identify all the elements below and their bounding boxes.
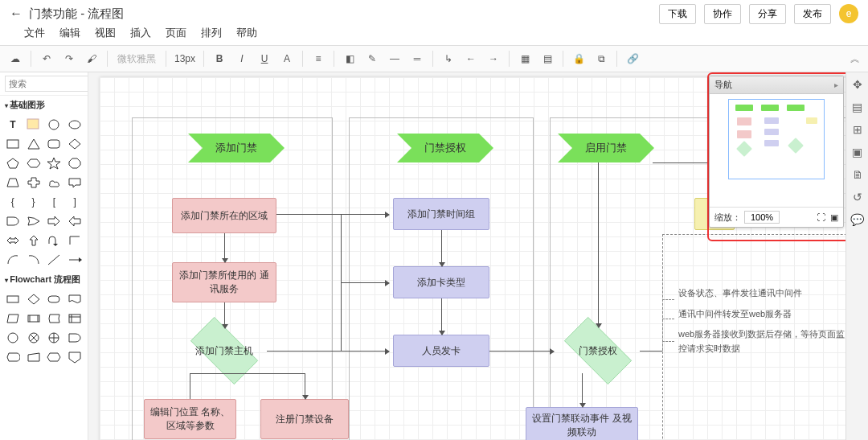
font-size-select[interactable]: 13px xyxy=(171,53,199,64)
shape-pentagon[interactable] xyxy=(3,154,23,172)
menu-page[interactable]: 页面 xyxy=(166,26,186,40)
node-b2[interactable]: 添加卡类型 xyxy=(393,266,489,298)
node-c1[interactable]: 门禁授权 xyxy=(554,327,642,375)
node-b3[interactable]: 人员发卡 xyxy=(393,335,489,367)
fshape-or2[interactable] xyxy=(45,329,64,347)
menu-insert[interactable]: 插入 xyxy=(130,26,151,40)
shape-and[interactable] xyxy=(3,212,23,230)
shape-rect[interactable] xyxy=(3,135,23,153)
shape-text[interactable]: T xyxy=(3,116,23,134)
shape-cross[interactable] xyxy=(24,174,43,191)
fshape-connector[interactable] xyxy=(3,329,23,347)
shape-hexagon[interactable] xyxy=(24,154,43,172)
shape-rounded[interactable] xyxy=(45,135,64,153)
fshape-terminator[interactable] xyxy=(45,290,64,308)
line-color-icon[interactable]: ✎ xyxy=(362,49,383,68)
undo-icon[interactable]: ↶ xyxy=(36,49,57,68)
shape-or[interactable] xyxy=(24,212,43,230)
category-flowchart[interactable]: Flowchart 流程图 xyxy=(0,270,88,289)
shape-brace-r[interactable]: } xyxy=(24,193,43,211)
tool-history-icon[interactable]: ↺ xyxy=(850,190,865,204)
fshape-delay[interactable] xyxy=(65,329,84,347)
fshape-prep[interactable] xyxy=(45,348,64,366)
shape-arrow-u[interactable] xyxy=(24,232,43,249)
node-c2[interactable]: 设置门禁联动事件 及视频联动 xyxy=(526,407,638,440)
shape-arrow-l[interactable] xyxy=(65,212,84,230)
arrow-end-icon[interactable]: → xyxy=(483,49,504,68)
group-icon[interactable]: ⧉ xyxy=(591,49,612,68)
shape-cloud[interactable] xyxy=(45,174,64,191)
navigator-preview[interactable] xyxy=(710,94,843,207)
tool-outline-icon[interactable]: ▣ xyxy=(850,145,865,159)
fshape-manual[interactable] xyxy=(24,348,43,366)
menu-help[interactable]: 帮助 xyxy=(236,26,257,40)
shape-arrow-r[interactable] xyxy=(45,212,64,230)
shape-arc2[interactable] xyxy=(24,251,43,269)
fshape-offpage[interactable] xyxy=(65,348,84,366)
shape-ellipse[interactable] xyxy=(65,116,84,134)
shape-trapezoid[interactable] xyxy=(3,174,23,191)
navigator-panel[interactable]: 导航 ▸ xyxy=(709,76,844,228)
category-basic[interactable]: 基础图形 xyxy=(0,96,88,114)
menu-arrange[interactable]: 排列 xyxy=(201,26,222,40)
back-icon[interactable]: ← xyxy=(10,6,23,21)
shape-circle[interactable] xyxy=(45,116,64,134)
tool-pan-icon[interactable]: ✥ xyxy=(850,77,865,92)
menu-file[interactable]: 文件 xyxy=(24,26,45,40)
font-color-icon[interactable]: A xyxy=(276,49,297,68)
toolbar-expand-icon[interactable]: ︽ xyxy=(847,52,863,66)
fill-color-icon[interactable]: ◧ xyxy=(339,49,360,68)
shape-star[interactable] xyxy=(45,154,64,172)
cloud-save-icon[interactable]: ☁ xyxy=(5,49,26,68)
send-back-icon[interactable]: ▤ xyxy=(537,49,558,68)
collab-button[interactable]: 协作 xyxy=(704,4,741,24)
link-icon[interactable]: 🔗 xyxy=(622,49,643,68)
tool-page-icon[interactable]: 🗎 xyxy=(850,167,865,182)
arrow-start-icon[interactable]: ← xyxy=(461,49,481,68)
shape-line[interactable] xyxy=(45,251,64,269)
shape-arrow-turn[interactable] xyxy=(45,232,64,249)
redo-icon[interactable]: ↷ xyxy=(59,49,80,68)
bold-icon[interactable]: B xyxy=(209,49,230,68)
font-select[interactable]: 微软雅黑 xyxy=(113,52,161,66)
fit-page-icon[interactable]: ▣ xyxy=(830,212,838,223)
publish-button[interactable]: 发布 xyxy=(794,4,831,24)
bring-front-icon[interactable]: ▦ xyxy=(514,49,535,68)
shape-diamond[interactable] xyxy=(65,135,84,153)
shape-corner[interactable] xyxy=(65,232,84,249)
canvas-area[interactable]: 添加门禁 门禁授权 启用门禁 添加门禁所在的区域 添加门禁所使用的 通讯服务 添… xyxy=(88,72,868,440)
navigator-menu-icon[interactable]: ▸ xyxy=(834,80,838,89)
shape-arrow-line[interactable] xyxy=(65,251,84,269)
shape-bracket-l[interactable]: [ xyxy=(45,193,64,211)
download-button[interactable]: 下载 xyxy=(659,4,696,24)
lane-title-3[interactable]: 启用门禁 xyxy=(558,134,654,162)
fshape-process[interactable] xyxy=(3,290,23,308)
zoom-input[interactable] xyxy=(744,211,780,224)
shape-brace-l[interactable]: { xyxy=(3,193,23,211)
lock-icon[interactable]: 🔒 xyxy=(568,49,589,68)
node-a5[interactable]: 注册门禁设备 xyxy=(260,399,349,439)
fshape-display[interactable] xyxy=(3,348,23,366)
node-a3[interactable]: 添加门禁主机 xyxy=(180,327,268,375)
shape-note[interactable] xyxy=(24,116,43,134)
fit-screen-icon[interactable]: ⛶ xyxy=(817,212,825,223)
search-input[interactable] xyxy=(5,76,88,92)
lane-title-1[interactable]: 添加门禁 xyxy=(188,134,285,162)
tool-ruler-icon[interactable]: ⊞ xyxy=(850,122,865,137)
fshape-decision[interactable] xyxy=(24,290,43,308)
share-button[interactable]: 分享 xyxy=(749,4,786,24)
node-a4[interactable]: 编辑门位置 名称、区域等参数 xyxy=(144,399,236,439)
tool-layers-icon[interactable]: ▤ xyxy=(850,100,865,114)
shape-arrow-lr[interactable] xyxy=(3,232,23,249)
connector-icon[interactable]: ↳ xyxy=(438,49,459,68)
fshape-sum[interactable] xyxy=(24,329,43,347)
lane-title-2[interactable]: 门禁授权 xyxy=(397,134,493,162)
format-painter-icon[interactable]: 🖌 xyxy=(81,49,102,68)
shape-octagon[interactable] xyxy=(65,154,84,172)
shape-arc[interactable] xyxy=(3,251,23,269)
shape-triangle[interactable] xyxy=(24,135,43,153)
node-b1[interactable]: 添加门禁时间组 xyxy=(393,198,489,230)
menu-edit[interactable]: 编辑 xyxy=(59,26,80,40)
fshape-predef[interactable] xyxy=(24,310,43,327)
align-icon[interactable]: ≡ xyxy=(308,49,329,68)
